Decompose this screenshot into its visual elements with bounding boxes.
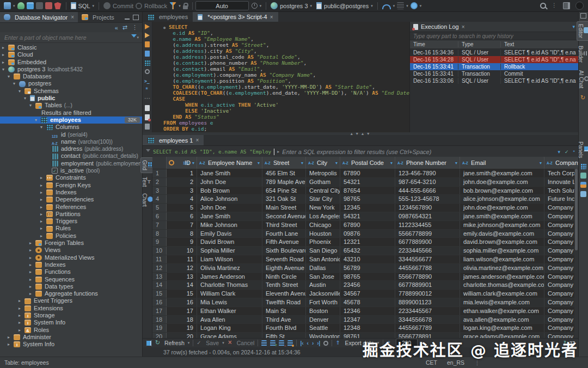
grid-cell[interactable]: Company N <box>544 316 578 324</box>
grid-cell[interactable]: 45678 <box>340 298 395 306</box>
grid-cell[interactable]: Company I <box>544 273 578 281</box>
grid-cell[interactable]: 12348 <box>340 324 395 332</box>
grid-cell[interactable]: 5566778890 <box>395 273 460 281</box>
grid-cell[interactable]: james.anderson@example.com <box>460 273 544 281</box>
grid-cell[interactable]: 0987654321 <box>395 212 460 220</box>
disconnect-icon[interactable] <box>36 2 43 9</box>
row-header[interactable]: 15 <box>152 290 167 298</box>
grid-cell[interactable]: william.clark@example.com <box>460 290 544 298</box>
tree-item-references[interactable]: ▸References <box>0 204 142 211</box>
transaction-log-icon[interactable] <box>252 3 258 9</box>
grid-cell[interactable]: Company G <box>544 255 578 263</box>
grid-cell[interactable]: 1122334455 <box>395 221 460 229</box>
tree-item-classic[interactable]: ▸Classic <box>0 44 142 51</box>
row-header[interactable]: 17 <box>152 307 167 315</box>
grid-cell[interactable]: charlotte.thomas@example.com <box>460 281 544 289</box>
tab-projects[interactable]: Projects <box>78 12 118 22</box>
error-doc-icon[interactable] <box>145 114 150 120</box>
grid-cell[interactable]: 2233445566 <box>395 247 460 255</box>
grid-cell[interactable]: Fifth St <box>262 333 306 338</box>
log-column-type[interactable]: Type <box>458 41 500 47</box>
grid-cell[interactable]: Fourth Lane <box>262 230 306 238</box>
column-header-phone-number[interactable]: Phone Number▾ <box>395 157 460 169</box>
open-script-icon[interactable] <box>27 2 34 9</box>
save-button[interactable]: Save <box>206 340 219 346</box>
tree-item-cloud[interactable]: ▸Cloud <box>0 51 142 58</box>
tree-item-foreign-tables[interactable]: ▸Foreign Tables <box>0 240 142 247</box>
expand-icon[interactable]: ▸ <box>19 305 24 312</box>
grid-cell[interactable]: San Diego <box>306 247 340 255</box>
column-drop-down-icon[interactable]: ▾ <box>301 161 303 165</box>
grid-cell[interactable]: 4 <box>167 195 197 203</box>
tree-item-rules[interactable]: ▸Rules <box>0 225 142 232</box>
ai-icon[interactable] <box>411 2 418 9</box>
grid-cell[interactable]: 10 <box>167 247 197 255</box>
grid-cell[interactable]: James Anderson <box>197 273 262 281</box>
remove-filter-icon[interactable] <box>279 340 284 346</box>
results-filter-bar[interactable]: SELECT e.id AS "ID", e.name AS "Employ ▸… <box>143 146 578 158</box>
refresh-icon[interactable] <box>155 340 161 346</box>
tab-database-navigator[interactable]: Database Navigator × <box>0 12 78 22</box>
grid-cell[interactable]: 7 <box>167 221 197 229</box>
dropdown-icon[interactable]: ▾ <box>13 4 15 8</box>
lock-icon[interactable] <box>183 5 188 9</box>
grid-cell[interactable]: Company C <box>544 221 578 229</box>
search-icon[interactable] <box>540 3 546 9</box>
grid-cell[interactable]: 17 <box>167 307 197 315</box>
grid-cell[interactable]: 987-654-3210 <box>395 178 460 186</box>
tree-item-id[interactable]: id(serial4) <box>0 131 142 138</box>
grid-cell[interactable]: Company B <box>544 212 578 220</box>
log-doc-icon[interactable] <box>145 124 150 130</box>
grid-cell[interactable]: Third Ave <box>262 316 306 324</box>
tree-item-event-triggers[interactable]: ▸Event Triggers <box>0 297 142 304</box>
grid-cell[interactable]: 6677889901 <box>395 281 460 289</box>
grid-cell[interactable]: Tech Solutions <box>544 187 578 195</box>
expand-icon[interactable]: ▸ <box>2 44 8 51</box>
grid-cell[interactable]: 12345 <box>340 204 395 212</box>
refresh-icon[interactable] <box>580 94 586 100</box>
collapse-icon[interactable]: ▾ <box>24 95 30 102</box>
grid-cell[interactable]: 3344556677 <box>395 255 460 263</box>
grid-cell[interactable]: Liam Wilson <box>197 255 262 263</box>
execution-log-tab[interactable]: Execution Log × ▾ <box>410 22 578 32</box>
next-row-icon[interactable]: › <box>312 340 314 346</box>
tab-script-4[interactable]: *<postgres 3> Script-4 × <box>193 12 278 22</box>
grid-cell[interactable]: 8899001123 <box>395 298 460 306</box>
connection-select[interactable]: postgres 3 <box>280 3 308 9</box>
tree-item-tables[interactable]: ▾Tables(...) <box>0 102 142 109</box>
tree-item-public[interactable]: ▾public <box>0 95 142 102</box>
tab-ai-chat[interactable]: AI Chat <box>578 68 588 90</box>
grid-cell[interactable]: 1 <box>167 169 197 177</box>
terminal-icon[interactable] <box>144 77 150 83</box>
grid-cell[interactable]: Austin <box>306 281 340 289</box>
result-grid-icon[interactable] <box>144 60 150 66</box>
add-filter-icon[interactable] <box>270 340 275 346</box>
dropdown-icon[interactable]: ▾ <box>222 341 224 345</box>
grid-cell[interactable]: 12347 <box>340 316 395 324</box>
tree-item-functions[interactable]: ▸Functions <box>0 268 142 275</box>
tree-item-postgres[interactable]: ▾postgres <box>0 80 142 87</box>
column-header-company[interactable]: Company▾ <box>544 157 578 169</box>
grid-cell[interactable]: David Brown <box>197 238 262 246</box>
performance-icon[interactable] <box>382 4 391 9</box>
grid-cell[interactable]: 2 <box>167 178 197 186</box>
results-vertical-scrollbar[interactable] <box>574 169 578 338</box>
explain-plan-icon[interactable] <box>145 51 150 57</box>
collapse-icon[interactable]: ▾ <box>19 88 24 95</box>
tree-item-triggers[interactable]: ▸Triggers <box>0 218 142 225</box>
expand-icon[interactable]: ▸ <box>40 225 46 232</box>
grid-cell[interactable]: jane.smith@example.com <box>460 169 544 177</box>
grid-cell[interactable]: 7788990012 <box>395 290 460 298</box>
grid-cell[interactable]: Sophia Miller <box>197 247 262 255</box>
close-icon[interactable]: × <box>71 14 74 20</box>
layout-icon[interactable] <box>563 2 570 9</box>
column-header-id[interactable]: ID▾ <box>167 157 197 169</box>
tree-item-employees[interactable]: ▾employees32K <box>0 116 142 124</box>
grid-cell[interactable]: john.doe@example.com <box>460 204 544 212</box>
grid-cell[interactable]: Gotham <box>306 178 340 186</box>
grid-cell[interactable]: 6 <box>167 212 197 220</box>
grid-cell[interactable]: Jacksonville <box>306 290 340 298</box>
column-drop-down-icon[interactable]: ▾ <box>258 161 260 165</box>
grid-cell[interactable]: Eleventh Avenue <box>262 290 306 298</box>
grid-cell[interactable]: New York <box>306 204 340 212</box>
